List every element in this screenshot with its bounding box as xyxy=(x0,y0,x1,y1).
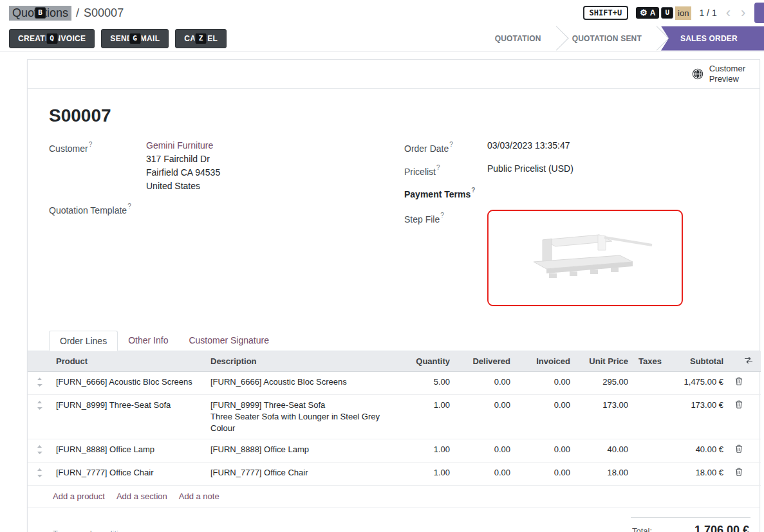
order-lines-body: [FURN_6666] Acoustic Bloc Screens [FURN_… xyxy=(28,371,761,485)
drag-handle[interactable] xyxy=(28,439,51,462)
action-label-end: ion xyxy=(675,6,691,20)
line-quantity[interactable]: 1.00 xyxy=(397,439,455,462)
cancel-button[interactable]: CANCEL Z xyxy=(175,29,227,48)
total-value: 1,706.00 € xyxy=(694,524,749,532)
breadcrumb-quotations[interactable]: Quotations B xyxy=(9,6,71,21)
field-column-left: Customer? Gemini Furniture 317 Fairchild… xyxy=(49,139,404,313)
order-line-row[interactable]: [FURN_8888] Office Lamp [FURN_8888] Offi… xyxy=(28,439,761,462)
notebook-tabs: Order Lines Other Info Customer Signatur… xyxy=(28,331,759,351)
delete-line-button[interactable] xyxy=(734,467,744,479)
line-taxes[interactable] xyxy=(633,462,667,485)
order-lines-header-row: Product Description Quantity Delivered I… xyxy=(28,351,761,372)
line-taxes[interactable] xyxy=(633,394,667,439)
delete-line-button[interactable] xyxy=(734,376,744,388)
order-title[interactable]: S00007 xyxy=(28,105,759,126)
breadcrumb-separator: / xyxy=(76,6,79,20)
create-invoice-button[interactable]: CREATE INVOICE Q xyxy=(9,29,95,48)
drag-handle[interactable] xyxy=(28,371,51,394)
clipped-primary-button[interactable]: C xyxy=(754,3,764,23)
action-menu-button[interactable]: ⚙ A U ion xyxy=(636,6,691,20)
order-line-row[interactable]: [FURN_6666] Acoustic Bloc Screens [FURN_… xyxy=(28,371,761,394)
line-description[interactable]: [FURN_6666] Acoustic Bloc Screens xyxy=(205,371,397,394)
delete-line-button[interactable] xyxy=(734,399,744,411)
step-file-image[interactable] xyxy=(487,210,683,306)
keyboard-hint-g: G xyxy=(129,33,141,44)
pricelist-field: Pricelist? Public Pricelist (USD) xyxy=(404,162,738,179)
pager-next-button[interactable]: › xyxy=(740,6,747,20)
tab-order-lines[interactable]: Order Lines xyxy=(49,331,118,351)
status-quotation-sent[interactable]: QUOTATION SENT xyxy=(557,26,657,51)
order-line-row[interactable]: [FURN_8999] Three-Seat Sofa [FURN_8999] … xyxy=(28,394,761,439)
line-product[interactable]: [FURN_8999] Three-Seat Sofa xyxy=(51,394,205,439)
drag-handle[interactable] xyxy=(28,462,51,485)
step-file-3d-render xyxy=(503,221,667,295)
line-unit-price[interactable]: 18.00 xyxy=(575,462,633,485)
keyboard-hint-z: Z xyxy=(195,33,207,44)
trash-icon xyxy=(735,377,743,385)
customer-link[interactable]: Gemini Furniture xyxy=(146,139,220,152)
line-product[interactable]: [FURN_8888] Office Lamp xyxy=(51,439,205,462)
line-invoiced[interactable]: 0.00 xyxy=(516,394,575,439)
line-invoiced[interactable]: 0.00 xyxy=(516,439,575,462)
line-subtotal: 18.00 € xyxy=(667,462,729,485)
terms-and-conditions-input[interactable]: Terms and conditions... xyxy=(53,517,139,532)
line-unit-price[interactable]: 173.00 xyxy=(575,394,633,439)
tab-customer-signature[interactable]: Customer Signature xyxy=(178,331,279,351)
line-taxes[interactable] xyxy=(633,439,667,462)
help-marker: ? xyxy=(127,203,131,210)
delete-line-button[interactable] xyxy=(734,444,744,455)
pager-value: 1 / 1 xyxy=(699,8,716,18)
step-file-field: Step File? xyxy=(404,210,738,306)
line-delivered[interactable]: 0.00 xyxy=(455,371,516,394)
send-email-button[interactable]: SEND EMAIL G xyxy=(101,29,169,48)
line-description[interactable]: [FURN_8999] Three-Seat Sofa Three Seater… xyxy=(205,394,397,439)
pricelist-value[interactable]: Public Pricelist (USD) xyxy=(487,162,573,179)
line-description[interactable]: [FURN_8888] Office Lamp xyxy=(205,439,397,462)
totals-box: Total: 1,706.00 € xyxy=(631,517,750,532)
line-product[interactable]: [FURN_7777] Office Chair xyxy=(51,462,205,485)
line-quantity[interactable]: 1.00 xyxy=(397,462,455,485)
drag-handle[interactable] xyxy=(28,394,51,439)
pager-previous-button[interactable]: ‹ xyxy=(725,6,732,20)
line-product[interactable]: [FURN_6666] Acoustic Bloc Screens xyxy=(51,371,205,394)
add-product-link[interactable]: Add a product xyxy=(53,491,105,501)
line-quantity[interactable]: 5.00 xyxy=(397,371,455,394)
keyboard-hint-q: Q xyxy=(46,33,58,44)
order-line-row[interactable]: [FURN_7777] Office Chair [FURN_7777] Off… xyxy=(28,462,761,485)
line-unit-price[interactable]: 40.00 xyxy=(575,439,633,462)
quotation-template-field: Quotation Template? xyxy=(49,201,404,217)
order-date-field: Order Date? 03/03/2023 13:35:47 xyxy=(404,139,738,156)
customer-preview-button[interactable]: Customer Preview xyxy=(692,64,745,84)
add-section-link[interactable]: Add a section xyxy=(116,491,167,501)
line-subtotal: 173.00 € xyxy=(667,394,729,439)
help-marker: ? xyxy=(471,187,475,194)
order-date-value[interactable]: 03/03/2023 13:35:47 xyxy=(487,139,570,156)
drag-handle-icon xyxy=(37,378,42,387)
status-quotation[interactable]: QUOTATION xyxy=(480,26,557,51)
invoiced-column-header: Invoiced xyxy=(516,351,575,372)
line-delivered[interactable]: 0.00 xyxy=(455,439,516,462)
line-invoiced[interactable]: 0.00 xyxy=(516,371,575,394)
line-quantity[interactable]: 1.00 xyxy=(397,394,455,439)
sheet-footer: Terms and conditions... Total: 1,706.00 … xyxy=(28,508,759,532)
line-description[interactable]: [FURN_7777] Office Chair xyxy=(205,462,397,485)
drag-handle-icon xyxy=(37,401,42,410)
chevron-left-icon: ‹ xyxy=(726,5,731,21)
line-subtotal: 40.00 € xyxy=(667,439,729,462)
chevron-right-icon: › xyxy=(741,5,745,21)
order-date-label: Order Date? xyxy=(404,139,487,156)
tab-other-info[interactable]: Other Info xyxy=(118,331,178,351)
optional-columns-toggle-icon[interactable] xyxy=(744,356,753,364)
taxes-column-header: Taxes xyxy=(633,351,667,372)
customer-value[interactable]: Gemini Furniture 317 Fairchild Dr Fairfi… xyxy=(146,139,220,193)
keyboard-hint-b: B xyxy=(34,7,46,19)
add-note-link[interactable]: Add a note xyxy=(179,491,219,501)
line-unit-price[interactable]: 295.00 xyxy=(575,371,633,394)
line-taxes[interactable] xyxy=(633,371,667,394)
form-view: Customer Preview S00007 Customer? Gemini… xyxy=(0,51,764,532)
status-sales-order[interactable]: SALES ORDER xyxy=(661,26,764,51)
subtotal-column-header: Subtotal xyxy=(667,351,729,372)
line-delivered[interactable]: 0.00 xyxy=(455,394,516,439)
line-invoiced[interactable]: 0.00 xyxy=(516,462,575,485)
line-delivered[interactable]: 0.00 xyxy=(455,462,516,485)
